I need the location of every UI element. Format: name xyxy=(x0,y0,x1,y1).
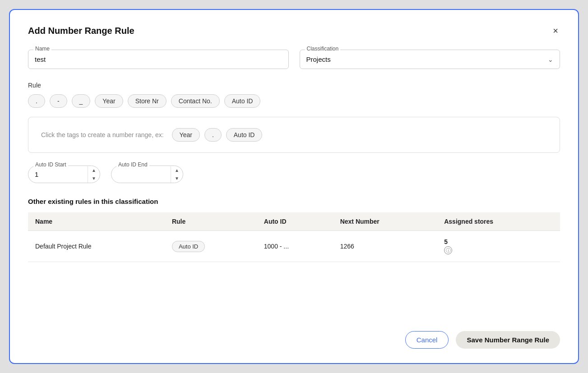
auto-id-start-input[interactable] xyxy=(28,166,88,183)
form-row-name-classification: Name Classification Projects Sales Purch… xyxy=(28,50,560,69)
preview-hint: Click the tags to create a number range,… xyxy=(41,131,164,138)
classification-select[interactable]: Projects Sales Purchases Inventory xyxy=(300,50,560,69)
auto-id-start-up[interactable]: ▲ xyxy=(88,166,100,175)
tag-underscore[interactable]: _ xyxy=(72,94,91,108)
col-rule: Rule xyxy=(165,212,257,231)
rule-label: Rule xyxy=(28,82,560,89)
close-button[interactable]: × xyxy=(551,24,560,37)
rules-table: Name Rule Auto ID Next Number Assigned s… xyxy=(28,212,560,262)
name-input[interactable] xyxy=(28,50,289,69)
row-next-number: 1266 xyxy=(333,231,437,262)
auto-id-end-controls: ▲ ▼ xyxy=(171,166,183,183)
row-auto-id: 1000 - ... xyxy=(257,231,333,262)
classification-field-group: Classification Projects Sales Purchases … xyxy=(300,50,560,69)
classification-label: Classification xyxy=(305,46,341,52)
preview-tag-dot: . xyxy=(204,128,222,142)
dialog-header: Add Number Range Rule × xyxy=(28,24,560,37)
auto-id-end-up[interactable]: ▲ xyxy=(171,166,183,175)
row-rule-tag: Auto ID xyxy=(172,241,205,252)
existing-rules-title: Other existing rules in this classificat… xyxy=(28,198,560,205)
auto-id-end-spinbox: ▲ ▼ xyxy=(111,166,183,183)
auto-id-end-down[interactable]: ▼ xyxy=(171,175,183,183)
auto-id-start-group: Auto ID Start ▲ ▼ xyxy=(28,166,100,183)
tag-auto-id[interactable]: Auto ID xyxy=(224,94,261,108)
name-field-group: Name xyxy=(28,50,289,69)
preview-tag-year: Year xyxy=(172,128,200,142)
info-icon[interactable]: ⓘ xyxy=(444,246,452,254)
auto-id-end-group: Auto ID End ▲ ▼ xyxy=(111,166,183,183)
auto-id-end-label: Auto ID End xyxy=(116,161,149,168)
col-name: Name xyxy=(28,212,165,231)
row-rule: Auto ID xyxy=(165,231,257,262)
preview-tag-auto-id: Auto ID xyxy=(226,128,263,142)
auto-id-start-controls: ▲ ▼ xyxy=(88,166,100,183)
name-label: Name xyxy=(33,46,51,52)
tag-dot[interactable]: . xyxy=(28,94,45,108)
dialog-title: Add Number Range Rule xyxy=(28,26,134,36)
classification-select-wrapper: Projects Sales Purchases Inventory ⌄ xyxy=(300,50,560,69)
auto-id-end-input[interactable] xyxy=(111,166,171,183)
auto-id-start-down[interactable]: ▼ xyxy=(88,175,100,183)
col-assigned-stores: Assigned stores xyxy=(437,212,560,231)
auto-id-row: Auto ID Start ▲ ▼ Auto ID End ▲ ▼ xyxy=(28,166,560,183)
tag-year[interactable]: Year xyxy=(95,94,123,108)
tag-contact-no[interactable]: Contact No. xyxy=(171,94,220,108)
assigned-stores-cell: 5 ⓘ xyxy=(444,238,553,254)
rule-section: Rule . - _ Year Store Nr Contact No. Aut… xyxy=(28,82,560,108)
table-header-row: Name Rule Auto ID Next Number Assigned s… xyxy=(28,212,560,231)
assigned-stores-count: 5 xyxy=(444,238,553,245)
preview-box: Click the tags to create a number range,… xyxy=(28,117,560,153)
tag-dash[interactable]: - xyxy=(50,94,67,108)
rule-tags: . - _ Year Store Nr Contact No. Auto ID xyxy=(28,94,560,108)
col-auto-id: Auto ID xyxy=(257,212,333,231)
row-assigned-stores: 5 ⓘ xyxy=(437,231,560,262)
existing-rules-section: Other existing rules in this classificat… xyxy=(28,198,560,262)
dialog-footer: Cancel Save Number Range Rule xyxy=(28,324,560,349)
row-name: Default Project Rule xyxy=(28,231,165,262)
auto-id-start-label: Auto ID Start xyxy=(33,161,68,168)
auto-id-start-spinbox: ▲ ▼ xyxy=(28,166,100,183)
add-number-range-rule-dialog: Add Number Range Rule × Name Classificat… xyxy=(9,9,579,364)
cancel-button[interactable]: Cancel xyxy=(405,331,449,349)
tag-store-nr[interactable]: Store Nr xyxy=(128,94,167,108)
table-row: Default Project Rule Auto ID 1000 - ... … xyxy=(28,231,560,262)
col-next-number: Next Number xyxy=(333,212,437,231)
save-button[interactable]: Save Number Range Rule xyxy=(456,331,560,349)
